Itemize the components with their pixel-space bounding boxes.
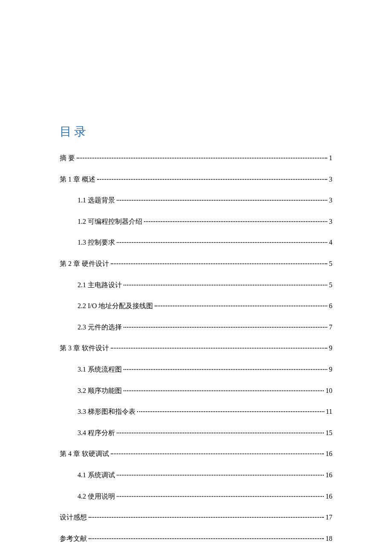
toc-dots: [111, 263, 327, 264]
toc-entry: 摘 要1: [60, 153, 332, 164]
toc-entry-page: 5: [329, 258, 332, 269]
toc-entry-page: 9: [329, 364, 332, 375]
toc-entry: 4.2 使用说明16: [60, 491, 332, 502]
toc-entry-label: 4.2 使用说明: [78, 491, 115, 502]
page-content: 目录 摘 要1第 1 章 概述31.1 选题背景31.2 可编程控制器介绍31.…: [60, 124, 332, 554]
toc-dots: [117, 496, 324, 497]
toc-entry-page: 7: [329, 322, 332, 333]
toc-entry-label: 参考文献: [60, 533, 87, 544]
toc-entry: 2.1 主电路设计5: [60, 280, 332, 291]
toc-entry: 第 1 章 概述3: [60, 174, 332, 185]
toc-entry: 参考文献18: [60, 533, 332, 544]
toc-entry-label: 2.2 I/O 地址分配及接线图: [78, 300, 153, 312]
toc-entry-label: 设计感想: [60, 512, 87, 523]
toc-dots: [117, 242, 327, 243]
toc-entry-page: 11: [326, 406, 332, 417]
toc-entry: 3.1 系统流程图9: [60, 364, 332, 375]
toc-dots: [144, 221, 327, 222]
toc-entry-page: 10: [326, 385, 332, 396]
toc-entry-page: 3: [329, 216, 332, 227]
toc-entry: 第 3 章 软件设计9: [60, 343, 332, 354]
toc-dots: [77, 158, 327, 159]
toc-entry-page: 3: [329, 195, 332, 206]
toc-entry-page: 6: [329, 300, 332, 312]
toc-dots: [89, 538, 324, 539]
toc-dots: [111, 453, 324, 454]
toc-dots: [117, 433, 324, 433]
toc-entry: 3.3 梯形图和指令表11: [60, 406, 332, 417]
toc-entry-label: 1.1 选题背景: [78, 195, 115, 206]
toc-entry: 第 2 章 硬件设计5: [60, 258, 332, 269]
toc-entry: 第 4 章 软硬调试16: [60, 448, 332, 459]
toc-entry: 3.4 程序分析15: [60, 427, 332, 439]
toc-entry-page: 18: [326, 533, 332, 544]
toc-entry: 4.1 系统调试16: [60, 470, 332, 481]
toc-dots: [117, 200, 327, 201]
toc-entry-label: 4.1 系统调试: [78, 470, 115, 481]
toc-entry-page: 9: [329, 343, 332, 354]
toc-dots: [124, 390, 324, 391]
toc-entry-label: 第 1 章 概述: [60, 174, 95, 185]
toc-entry-label: 3.1 系统流程图: [78, 364, 122, 375]
toc-entry-page: 16: [326, 491, 332, 502]
toc-entry: 1.1 选题背景3: [60, 195, 332, 206]
toc-entry-label: 2.1 主电路设计: [78, 280, 122, 291]
toc-entry-label: 第 2 章 硬件设计: [60, 258, 109, 269]
toc-dots: [89, 517, 324, 518]
toc-dots: [111, 348, 327, 349]
toc-entry: 1.3 控制要求4: [60, 237, 332, 248]
toc-entry-label: 1.2 可编程控制器介绍: [78, 216, 142, 227]
toc-dots: [137, 411, 324, 412]
toc-entry-page: 16: [326, 448, 332, 459]
toc-dots: [124, 285, 327, 286]
toc-entry-page: 17: [326, 512, 332, 523]
toc-title: 目录: [60, 124, 332, 140]
toc-entry-page: 3: [329, 174, 332, 185]
toc-list: 摘 要1第 1 章 概述31.1 选题背景31.2 可编程控制器介绍31.3 控…: [60, 153, 332, 544]
toc-entry: 3.2 顺序功能图10: [60, 385, 332, 396]
toc-entry-label: 3.4 程序分析: [78, 427, 115, 439]
toc-entry-label: 3.3 梯形图和指令表: [78, 406, 135, 417]
toc-entry-label: 第 4 章 软硬调试: [60, 448, 109, 459]
toc-entry-label: 摘 要: [60, 153, 75, 164]
toc-entry-page: 4: [329, 237, 332, 248]
toc-entry-page: 1: [329, 153, 332, 164]
toc-entry: 2.3 元件的选择7: [60, 322, 332, 333]
toc-entry: 设计感想17: [60, 512, 332, 523]
toc-entry-label: 3.2 顺序功能图: [78, 385, 122, 396]
toc-dots: [117, 475, 324, 476]
toc-dots: [155, 306, 327, 306]
toc-dots: [124, 327, 327, 328]
toc-entry-page: 5: [329, 280, 332, 291]
toc-dots: [124, 369, 327, 370]
toc-entry: 1.2 可编程控制器介绍3: [60, 216, 332, 227]
toc-entry-page: 15: [326, 427, 332, 439]
toc-entry-label: 2.3 元件的选择: [78, 322, 122, 333]
toc-dots: [97, 179, 327, 180]
toc-entry-label: 第 3 章 软件设计: [60, 343, 109, 354]
toc-entry-label: 1.3 控制要求: [78, 237, 115, 248]
toc-entry: 2.2 I/O 地址分配及接线图6: [60, 300, 332, 312]
toc-entry-page: 16: [326, 470, 332, 481]
